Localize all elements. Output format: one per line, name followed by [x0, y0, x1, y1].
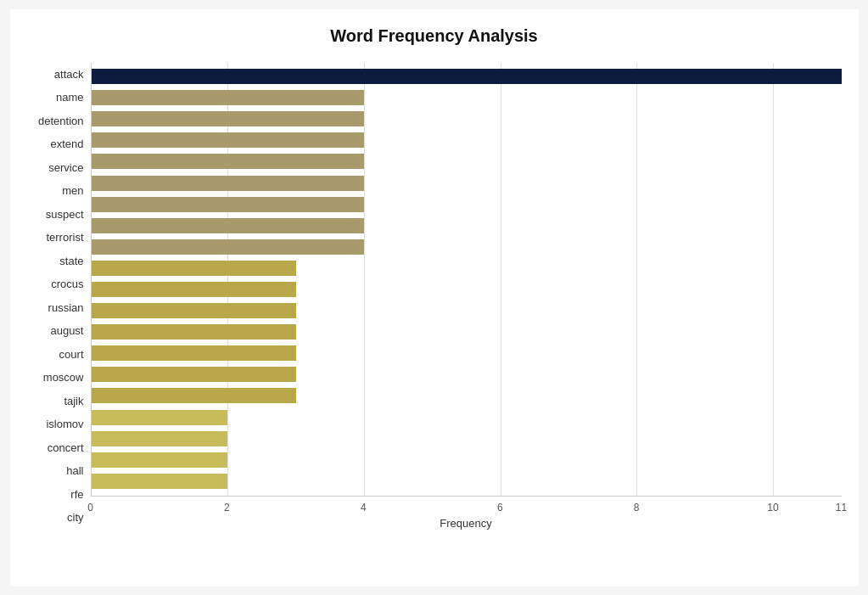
bars-and-x: 024681011 Frequency: [91, 63, 842, 530]
x-axis-label: Frequency: [91, 517, 842, 530]
bar: [92, 239, 364, 255]
bar-row: [92, 471, 842, 491]
bar: [92, 452, 228, 468]
bar-row: [92, 109, 842, 129]
bar-row: [92, 194, 842, 215]
bar-row: [92, 343, 842, 363]
x-tick-label: 2: [224, 502, 230, 514]
bar: [92, 69, 842, 84]
y-axis-label: august: [50, 325, 83, 336]
bar: [92, 154, 364, 169]
bar: [92, 410, 228, 425]
bar-row: [92, 364, 842, 385]
bar-row: [92, 237, 842, 257]
bar-row: [92, 66, 842, 87]
bar: [92, 345, 296, 361]
y-axis-label: attack: [54, 69, 84, 80]
bar: [92, 111, 364, 126]
y-axis-label: detention: [38, 115, 84, 126]
y-axis-label: moscow: [43, 372, 84, 383]
bar-row: [92, 385, 842, 406]
bar: [92, 176, 364, 191]
bar: [92, 218, 364, 233]
bar: [92, 282, 296, 297]
bar: [92, 261, 296, 276]
bar-row: [92, 407, 842, 428]
bar: [92, 388, 296, 403]
bar-row: [92, 216, 842, 236]
y-axis-label: city: [67, 512, 84, 523]
x-tick-label: 10: [767, 502, 778, 514]
x-tick-label: 6: [497, 502, 503, 514]
y-axis-label: tajik: [64, 396, 83, 407]
x-tick-label: 11: [836, 502, 847, 514]
bar-row: [92, 258, 842, 278]
bar-row: [92, 87, 842, 108]
x-tick-label: 0: [87, 502, 93, 514]
bar: [92, 431, 228, 446]
chart-title: Word Frequency Analysis: [27, 26, 842, 46]
y-axis-label: terrorist: [46, 232, 83, 243]
bars-wrapper: [92, 63, 842, 496]
x-axis: 024681011: [91, 497, 842, 514]
bar: [92, 90, 364, 105]
bars-area: [91, 63, 842, 497]
x-tick-label: 4: [361, 502, 367, 514]
y-axis-label: concert: [48, 442, 84, 453]
y-axis-label: state: [59, 255, 83, 267]
bar-row: [92, 450, 842, 470]
bar: [92, 132, 364, 148]
y-axis-label: court: [59, 349, 84, 360]
bar-row: [92, 130, 842, 150]
bar-row: [92, 173, 842, 194]
x-tick-label: 8: [634, 502, 640, 514]
y-axis-label: men: [62, 185, 83, 196]
bar: [92, 324, 296, 340]
bar: [92, 303, 296, 318]
bar-row: [92, 300, 842, 321]
y-axis-label: crocus: [51, 278, 83, 289]
bar-row: [92, 322, 842, 342]
bar: [92, 474, 228, 489]
bar-row: [92, 429, 842, 449]
bar: [92, 367, 296, 382]
chart-area: attacknamedetentionextendservicemensuspe…: [27, 63, 842, 530]
y-axis-label: extend: [50, 138, 83, 149]
y-axis-label: hall: [66, 465, 83, 476]
y-axis: attacknamedetentionextendservicemensuspe…: [27, 63, 91, 530]
y-axis-label: suspect: [46, 209, 84, 220]
bar: [92, 197, 364, 212]
bar-row: [92, 279, 842, 300]
y-axis-label: service: [48, 162, 83, 173]
bar-row: [92, 151, 842, 171]
y-axis-label: islomov: [46, 418, 83, 429]
y-axis-label: name: [56, 92, 84, 103]
y-axis-label: rfe: [70, 489, 83, 500]
chart-container: Word Frequency Analysis attacknamedetent…: [10, 9, 859, 587]
y-axis-label: russian: [48, 302, 84, 313]
